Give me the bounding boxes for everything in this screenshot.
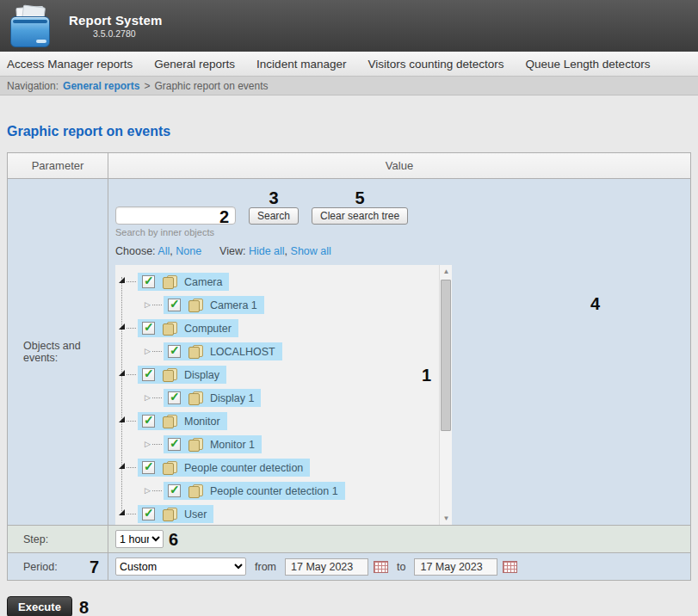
tree-row-people-counter-detection[interactable]: People counter detection: [119, 456, 438, 479]
period-select[interactable]: Custom: [115, 557, 246, 576]
tree-connector: [127, 328, 136, 329]
tree-row-localhost[interactable]: ▷LOCALHOST: [119, 340, 438, 363]
checkbox-checked-icon[interactable]: [142, 368, 155, 381]
nav-item-visitors-counting-detectors[interactable]: Visitors counting detectors: [368, 58, 503, 71]
view-hide-all-link[interactable]: Hide all: [249, 245, 285, 257]
objects-and-events-label: Objects and events:: [8, 179, 108, 526]
checkbox-checked-icon[interactable]: [168, 299, 181, 311]
expander-closed-icon[interactable]: ▷: [145, 440, 151, 448]
expander-open-icon[interactable]: [119, 277, 125, 283]
object-tree: Camera▷Camera 1Computer▷LOCALHOSTDisplay…: [119, 270, 438, 525]
tree-node[interactable]: Display: [138, 366, 226, 384]
to-calendar-icon[interactable]: [503, 561, 517, 573]
checkbox-checked-icon[interactable]: [168, 391, 181, 404]
tree-scrollbar[interactable]: ▲ ▼: [439, 265, 452, 525]
tree-node-label: LOCALHOST: [210, 346, 275, 358]
comma: ,: [170, 245, 172, 257]
expander-closed-icon[interactable]: ▷: [145, 348, 151, 355]
expander-open-icon[interactable]: [119, 323, 125, 330]
choose-none-link[interactable]: None: [176, 245, 201, 257]
report-system-logo-icon: [9, 6, 53, 49]
tree-node[interactable]: Display 1: [164, 389, 261, 407]
checkbox-checked-icon[interactable]: [142, 415, 155, 428]
checkbox-checked-icon[interactable]: [168, 438, 181, 451]
tree-node[interactable]: People counter detection 1: [164, 482, 345, 500]
tree-node[interactable]: Monitor: [138, 412, 227, 430]
tree-connector: [127, 421, 136, 422]
execute-button[interactable]: Execute: [7, 596, 72, 616]
checkbox-checked-icon[interactable]: [168, 484, 181, 497]
choose-all-link[interactable]: All: [158, 245, 170, 257]
tree-row-display-1[interactable]: ▷Display 1: [119, 386, 438, 410]
tree-connector: [152, 397, 162, 398]
tree-connector: [127, 281, 136, 282]
nav-item-incident-manager[interactable]: Incident manager: [256, 58, 346, 71]
checkbox-checked-icon[interactable]: [142, 322, 155, 335]
from-calendar-icon[interactable]: [374, 561, 388, 573]
app-title: Report System: [69, 13, 162, 28]
tree-row-display[interactable]: Display: [119, 363, 438, 386]
scrollbar-thumb[interactable]: [441, 280, 451, 431]
view-show-all-link[interactable]: Show all: [291, 245, 331, 257]
annotation-3: 3: [269, 189, 278, 206]
object-tree-panel: Camera▷Camera 1Computer▷LOCALHOSTDisplay…: [115, 265, 452, 525]
tree-connector: [127, 514, 136, 514]
view-label: View:: [219, 245, 245, 257]
expander-open-icon[interactable]: [119, 509, 125, 515]
scroll-up-icon[interactable]: ▲: [440, 265, 452, 278]
nav-item-general-reports[interactable]: General reports: [154, 58, 235, 71]
search-button[interactable]: Search: [249, 207, 299, 225]
tree-node[interactable]: Monitor 1: [164, 435, 262, 453]
tree-node[interactable]: Computer: [138, 319, 238, 337]
expander-closed-icon[interactable]: ▷: [145, 301, 151, 309]
folder-icon: [162, 415, 177, 428]
step-select[interactable]: 1 hour: [115, 530, 164, 548]
breadcrumb-link-general-reports[interactable]: General reports: [63, 80, 139, 92]
folder-icon: [162, 368, 177, 381]
tree-node-label: Computer: [184, 323, 232, 335]
from-date-input[interactable]: [285, 558, 368, 576]
expander-open-icon[interactable]: [119, 416, 125, 422]
choose-view-line: Choose: All, None View: Hide all, Show a…: [115, 245, 690, 257]
page-title: Graphic report on events: [7, 124, 698, 139]
tree-node[interactable]: Camera 1: [164, 296, 264, 314]
checkbox-checked-icon[interactable]: [142, 508, 155, 521]
tree-row-computer[interactable]: Computer: [119, 317, 438, 340]
nav-item-access-manager-reports[interactable]: Access Manager reports: [7, 58, 133, 71]
tree-node-label: Monitor 1: [210, 439, 255, 451]
tree-row-camera[interactable]: Camera: [119, 270, 438, 293]
annotation-6: 6: [169, 531, 178, 548]
tree-row-camera-1[interactable]: ▷Camera 1: [119, 293, 438, 317]
tree-node[interactable]: People counter detection: [138, 459, 310, 477]
expander-closed-icon[interactable]: ▷: [145, 394, 151, 402]
expander-open-icon[interactable]: [119, 463, 125, 469]
clear-search-tree-button[interactable]: Clear search tree: [312, 207, 408, 225]
nav-item-queue-length-detectors[interactable]: Queue Length detectors: [526, 58, 651, 71]
app-version: 3.5.0.2780: [93, 28, 162, 39]
folder-icon: [188, 345, 203, 358]
checkbox-checked-icon[interactable]: [142, 461, 155, 474]
tree-row-monitor[interactable]: Monitor: [119, 410, 438, 433]
folder-icon: [162, 275, 177, 288]
search-input[interactable]: [115, 206, 236, 225]
tree-node[interactable]: Camera: [138, 273, 229, 291]
tree-node[interactable]: LOCALHOST: [164, 342, 282, 360]
annotation-8: 8: [79, 599, 89, 616]
tree-node[interactable]: User: [138, 505, 213, 523]
expander-closed-icon[interactable]: ▷: [145, 487, 151, 495]
column-header-value: Value: [108, 153, 691, 179]
tree-row-people-counter-detection-1[interactable]: ▷People counter detection 1: [119, 479, 438, 502]
checkbox-checked-icon[interactable]: [142, 275, 155, 288]
breadcrumb-prefix: Navigation:: [7, 80, 59, 92]
tree-node-label: Camera: [184, 276, 222, 288]
tree-row-user[interactable]: User: [119, 502, 438, 525]
scroll-down-icon[interactable]: ▼: [440, 512, 452, 525]
to-date-input[interactable]: [414, 558, 497, 576]
tree-node-label: User: [184, 508, 207, 521]
checkbox-checked-icon[interactable]: [168, 345, 181, 358]
tree-node-label: People counter detection 1: [210, 485, 338, 497]
tree-row-monitor-1[interactable]: ▷Monitor 1: [119, 433, 438, 456]
step-value-cell: 1 hour 6: [108, 526, 691, 553]
folder-icon: [162, 508, 177, 521]
expander-open-icon[interactable]: [119, 370, 125, 376]
